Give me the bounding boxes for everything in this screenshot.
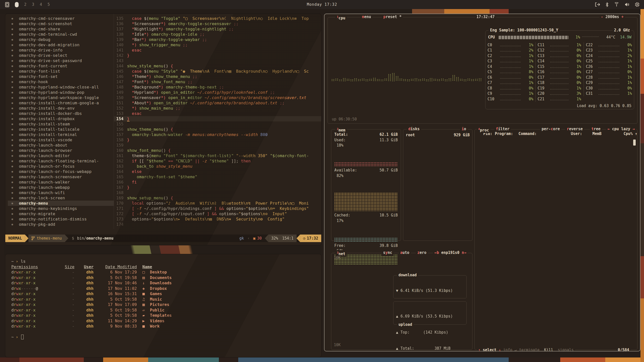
wallpaper-stripe-top: [0, 9, 644, 14]
cpu-frequency: 2.0 GHz: [613, 28, 631, 33]
tree-item[interactable]: ✱omarchy-menu-keybindings: [8, 206, 114, 211]
tree-item[interactable]: ✱omarchy-drive-set-password: [8, 58, 114, 63]
core-row: C180%: [538, 80, 581, 86]
tree-item[interactable]: ✱omarchy-notification-dismiss: [8, 216, 114, 222]
tree-item[interactable]: ✱omarchy-font-list: [8, 69, 114, 74]
chip-icon[interactable]: [635, 2, 639, 7]
upload-title: upload: [397, 322, 414, 327]
menu-button[interactable]: menu: [360, 14, 373, 20]
terminal-output[interactable]: ~›lsPermissionsSizeUserDate ModifiedName…: [5, 254, 321, 340]
core-row: C291%: [586, 80, 632, 86]
tree-item[interactable]: ✱omarchy-launch-about: [8, 143, 114, 148]
code-line: 171 [ -f ~/.config/hypr/bindings.conf ] …: [114, 206, 321, 211]
tree-item[interactable]: ✱omarchy-cmd-screensaver: [8, 16, 114, 21]
tree-item[interactable]: ✱omarchy-install-docker-dbs: [8, 111, 114, 116]
ls-row: drwxr-xr-x-dhh 6 Nov 17:29▢Desktop: [11, 269, 321, 275]
cpu-usage-graph: [331, 70, 485, 81]
core-row: C01%: [488, 42, 533, 48]
logout-icon[interactable]: [595, 2, 600, 7]
core-row: C58%: [488, 69, 533, 75]
interval-control[interactable]: - 2000ms +: [599, 14, 625, 20]
tree-item[interactable]: ✱omarchy-launch-webapp: [8, 185, 114, 190]
statusline-filename: $ bin/ omarchy-menu: [68, 235, 114, 242]
cpu-box: 1cpu menu preset * 17:32:47 - 2000ms + u…: [328, 17, 637, 124]
tree-item[interactable]: ✱omarchy-migrate: [8, 211, 114, 216]
tree-item[interactable]: ✱omarchy-lock-screen: [8, 195, 114, 201]
tree-item[interactable]: ✱omarchy-font-current: [8, 63, 114, 69]
tree-item[interactable]: ✱omarchy-launch-floating-terminal-: [8, 158, 114, 164]
tree-item[interactable]: ✱omarchy-install-terminal: [8, 132, 114, 137]
bluetooth-icon[interactable]: [606, 2, 609, 7]
tree-item[interactable]: ✱omarchy-install-vscode: [8, 137, 114, 143]
tree-item[interactable]: ✱omarchy-install-dropbox: [8, 116, 114, 121]
code-line: 149 *Hyprland*) open_in_editor ~/.config…: [114, 90, 321, 95]
volume-icon[interactable]: [625, 2, 629, 7]
tree-item[interactable]: ✱omarchy-drive-select: [8, 53, 114, 58]
tree-item[interactable]: ✱omarchy-launch-or-focus: [8, 164, 114, 169]
reverse-button[interactable]: reverse: [565, 126, 584, 132]
tree-item[interactable]: ✱omarchy-drive-info: [8, 48, 114, 53]
tree-item[interactable]: ✱omarchy-cmd-screenshot: [8, 21, 114, 26]
preset-button[interactable]: preset *: [382, 14, 403, 20]
tree-item[interactable]: ✱omarchy-install-chromium-google-a: [8, 100, 114, 106]
btop-clock: 17:32:47: [475, 14, 496, 20]
tree-item[interactable]: ✱omarchy-menu: [8, 201, 114, 206]
tree-item[interactable]: ✱omarchy-launch-editor: [8, 153, 114, 158]
code-line: 162 if [[ "$theme" == "CNCLD" || -z "$th…: [114, 158, 321, 164]
tree-item[interactable]: ✱omarchy-hook: [8, 79, 114, 84]
io-button[interactable]: io: [460, 126, 468, 132]
statusline-position: 32%154:1: [268, 235, 297, 242]
tree-item[interactable]: ✱omarchy-launch-or-focus-webapp: [8, 169, 114, 174]
download-title: download: [397, 273, 418, 278]
tree-item[interactable]: ✱omarchy-launch-wifi: [8, 190, 114, 195]
core-row: C160%: [538, 69, 581, 75]
core-row: C231%: [586, 48, 632, 53]
ls-row: drwxr-xr-x-dhh 5 Oct 19:58▰Templates: [11, 313, 321, 318]
tree-item[interactable]: ✱omarchy-launch-screensaver: [8, 174, 114, 179]
code-line: 138 *Idle*) omarchy-toggle-idle ;;: [114, 32, 321, 37]
code-line: 139 *Bar*) omarchy-toggle-waybar ;;: [114, 37, 321, 42]
tree-item[interactable]: ✱omarchy-launch-browser: [8, 148, 114, 153]
tab-cpu[interactable]: 1cpu: [335, 14, 347, 21]
tree-item[interactable]: ✱omarchy-font-set: [8, 74, 114, 79]
powerline-separator: [265, 235, 268, 242]
core-row: C71%: [488, 80, 533, 86]
core-list-1: C01%C12%C21%C31%C41%C58%C60%C71%C80%C91%…: [488, 42, 533, 102]
mem-graph-cached: [334, 238, 398, 242]
tree-item[interactable]: ✱omarchy-hyprland-window-close-all: [8, 84, 114, 90]
network-box: 3net sync auto zero ←b enp191s0 n→ 10K 1…: [331, 253, 472, 350]
network-icon[interactable]: [614, 2, 619, 7]
code-line: 155: [114, 121, 321, 127]
prompt-line-active[interactable]: ~›: [11, 334, 321, 340]
file-name: omarchy-menu: [86, 236, 113, 241]
per-core-button[interactable]: per-core: [540, 126, 561, 132]
prompt-line: ~›ls: [11, 259, 321, 264]
code-line: 170 local options="♪ Audio\n≋ Wifi\nᛒ Bl…: [114, 201, 321, 206]
tree-item[interactable]: ✱omarchy-launch-walker: [8, 179, 114, 185]
filter-button[interactable]: filter: [494, 126, 511, 132]
tree-item[interactable]: ✱omarchy-cmd-terminal-cwd: [8, 32, 114, 37]
tree-item[interactable]: ✱omarchy-cmd-share: [8, 26, 114, 32]
tree-item[interactable]: ✱omarchy-hyprland-window-pop: [8, 90, 114, 95]
tree-item[interactable]: ✱omarchy-install-steam: [8, 121, 114, 127]
tree-item[interactable]: ✱omarchy-dev-add-migration: [8, 42, 114, 48]
file-tree-pane: ✱omarchy-cmd-screensaver✱omarchy-cmd-scr…: [5, 14, 114, 229]
statusline-host: gk: [236, 235, 247, 242]
core-row: C21%: [488, 53, 533, 59]
process-box: 4proc filter per-core reverse tree ← cpu…: [474, 129, 637, 350]
core-row: C270%: [586, 69, 632, 75]
core-row: C100%: [488, 96, 533, 102]
code-line: 146 *Theme*) show_theme_menu ;;: [114, 74, 321, 79]
process-scrollbar[interactable]: [633, 140, 636, 146]
tab-proc[interactable]: 4proc: [477, 126, 491, 133]
tree-item[interactable]: ✱omarchy-debug: [8, 37, 114, 42]
tree-item[interactable]: ✱omarchy-install-tailscale: [8, 127, 114, 132]
tree-button[interactable]: tree: [590, 126, 602, 132]
tree-item[interactable]: ✱omarchy-install-dev-env: [8, 106, 114, 111]
core-list-2: C111%C120%C130%C140%C151%C160%C170%C180%…: [535, 42, 581, 102]
tree-item[interactable]: ✱omarchy-pkg-add: [8, 222, 114, 227]
sort-selector[interactable]: ← cpu lazy →: [606, 126, 636, 132]
tree-item[interactable]: ✱omarchy-hyprland-workspace-toggle: [8, 95, 114, 100]
core-row: C31%: [488, 59, 533, 64]
code-line: 141 esac: [114, 48, 321, 53]
